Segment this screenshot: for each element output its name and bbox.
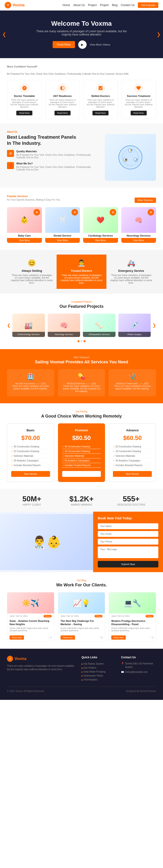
services-label: Popular Services [7, 195, 60, 197]
footer-link-2[interactable]: Solar Water Pumping [81, 670, 116, 674]
book-name-input[interactable] [98, 523, 158, 529]
svc-icon-neuro: ⊕ [148, 209, 154, 216]
nav-blog[interactable]: Blog [112, 3, 118, 7]
proj-dot-2[interactable] [84, 340, 85, 342]
footer-link-3[interactable]: Hydropower Plants [81, 674, 116, 678]
price-btn-advance[interactable]: New Service [113, 471, 152, 477]
footer-desc: There are many variations of passages of… [7, 664, 77, 671]
logo-text: Voxma [12, 3, 25, 7]
about-quality-icon: ⚙ [7, 150, 14, 157]
blog-likes-2: ♡ 3 [150, 637, 154, 639]
hero-play-button[interactable]: ▶ [78, 40, 87, 49]
nav-contact[interactable]: Contact Us [121, 3, 134, 7]
stat-value-0: 50M+ [7, 495, 56, 503]
price-btn-premium[interactable]: New Service [62, 471, 101, 477]
conf-btn-0[interactable]: Read More [16, 111, 32, 115]
email-icon: ✉️ [121, 670, 124, 674]
hero-next-arrow[interactable]: ❯ [157, 32, 161, 37]
footer-email: ✉️ Dump@example.com [121, 670, 156, 674]
blog-grid: ☀️✈️ June / Oct 13, 2021 Prices Solar - … [7, 592, 156, 642]
logo: V Voxma [5, 2, 25, 8]
nav-home[interactable]: Home [63, 3, 70, 7]
svc-label-cardio: Cardiology Services [83, 234, 118, 237]
about-item-1: ❓ What We Do? Be Prepared For Your Visit… [7, 162, 100, 171]
about-what-title: What We Do? [16, 162, 100, 165]
conf-icon-2 [96, 83, 105, 93]
svc-btn-dental[interactable]: View More [45, 238, 80, 243]
footer-logo-icon: V [7, 656, 13, 662]
footer-link-4[interactable]: Grid Analytics [81, 678, 116, 682]
stat-label-2: DEDICATED DOCTORS [107, 503, 156, 506]
price-feat-adv-1: 10 Construction Drawing [113, 449, 152, 454]
proj-card-0: 🏭 Endocrinology Services [12, 314, 45, 337]
services-subtitle: For Your Specific Business, Making It Ea… [7, 198, 60, 201]
blog-label: Our Blog [7, 579, 156, 582]
trans-icon-1: 💊 [62, 373, 101, 380]
services-more-button[interactable]: More Services [134, 197, 156, 203]
price-feat-adv-0: 20 Construction Drawing [113, 444, 152, 449]
transport-label: Main Transport [7, 356, 156, 359]
trusted-icon-1: 👨‍⚕️ [60, 259, 103, 267]
conf-btn-3[interactable]: Read More [131, 111, 147, 115]
price-feat-basic-3: 35 Analytics Campaigns [11, 458, 50, 463]
blog-read-btn-2[interactable]: Read Now [111, 636, 126, 640]
conf-btn-1[interactable]: Read More [54, 111, 71, 115]
blog-heading-1: The Next Big Challenge For Marketer - Sa… [60, 619, 103, 626]
blog-section: Our Blog We Work For Our Clients. ☀️✈️ J… [0, 572, 163, 649]
svc-card-3: 🧠 ⊕ Neurology Services View More [121, 207, 156, 243]
price-features-premium: 45 Construction Drawing 10 Construction … [62, 444, 101, 468]
footer-link-1[interactable]: Gas Holders [81, 666, 116, 670]
svc-btn-cardio[interactable]: View More [83, 238, 118, 243]
stat-item-1: $1.2K+ AWARD WINNING [56, 495, 106, 506]
about-item-0: ⚙ Quality Materials Be Prepared For Your… [7, 150, 100, 159]
hero-prev-arrow[interactable]: ❮ [2, 32, 6, 37]
stat-value-1: $1.2K+ [56, 495, 106, 503]
footer-link-0[interactable]: Otis Boilery System [81, 662, 116, 666]
svc-btn-baby[interactable]: View More [7, 238, 42, 243]
blog-footer-1: Read Now ♡ 8 [58, 636, 105, 642]
conf-btn-2[interactable]: Read More [92, 111, 109, 115]
nav-project2[interactable]: Project [100, 3, 109, 7]
proj-dot-1[interactable] [81, 340, 82, 342]
blog-tag-0: Prices [44, 615, 51, 617]
trans-icon-2: 🩺 [113, 373, 152, 380]
trans-num-0: Accept Insurance —— (01) [11, 382, 50, 385]
nav-about[interactable]: About Us [73, 3, 85, 7]
blog-img-2: 💻🔧 [109, 592, 156, 614]
footer-quick-links: Quick Links Otis Boilery System Gas Hold… [81, 656, 116, 682]
blog-date-1: June / Oct 13, 2021 [60, 615, 79, 617]
proj-prev-arrow[interactable]: ❮ [7, 323, 10, 328]
book-submit-button[interactable]: Submit Now [98, 561, 158, 567]
blog-desc-0: Donec sollicitudin magna quis ante varia… [9, 627, 52, 632]
price-name-advance: Advance [113, 429, 152, 432]
blog-read-btn-0[interactable]: Read Now [9, 636, 24, 640]
price-btn-basic[interactable]: New Service [11, 471, 50, 477]
svc-card-0: 👶 ⊕ Baby Care View More [7, 207, 42, 243]
nav-project[interactable]: Project [88, 3, 97, 7]
blog-footer-0: Read Now ♡ 5 [7, 636, 54, 642]
book-image: 👨‍⚕️👶 [0, 512, 93, 572]
projects-section: Completed Projects Our Featured Projects… [0, 293, 163, 349]
book-message-input[interactable] [98, 547, 158, 558]
price-feat-adv-4: Includes Branded Reports [113, 463, 152, 468]
blog-body-2: Modern Prodigy Electronics Disassembling… [109, 617, 156, 636]
hero-read-more-button[interactable]: Read More [53, 41, 75, 48]
footer-about: V Voxma There are many variations of pas… [7, 656, 77, 682]
about-text: Best Leading Treatment Panels In The Ind… [7, 134, 100, 181]
services-grid: 👶 ⊕ Baby Care View More 🦷 ⊕ Dental Servi… [7, 207, 156, 243]
projects-label: Completed Projects [7, 301, 156, 303]
conf-title-1: 24/7 Readiness [49, 95, 77, 97]
svc-btn-neuro[interactable]: View More [121, 238, 156, 243]
conf-desc-0: There are many variations of passages of… [10, 99, 38, 108]
blog-read-btn-1[interactable]: Read Now [60, 636, 75, 640]
proj-next-arrow[interactable]: ❯ [153, 323, 156, 328]
nav-cta-button[interactable]: Get A Quote [138, 2, 158, 8]
price-feat-prem-2: Selection Materials [62, 454, 101, 458]
proj-dot-0[interactable] [78, 340, 79, 342]
trans-icon-0: 🏥 [11, 373, 50, 380]
hero-subtitle: There are many variations of passages of… [35, 30, 128, 36]
book-phone-input[interactable] [98, 539, 158, 545]
svc-label-baby: Baby Care [7, 234, 42, 237]
footer-logo: V Voxma [7, 656, 77, 662]
book-email-input[interactable] [98, 531, 158, 537]
